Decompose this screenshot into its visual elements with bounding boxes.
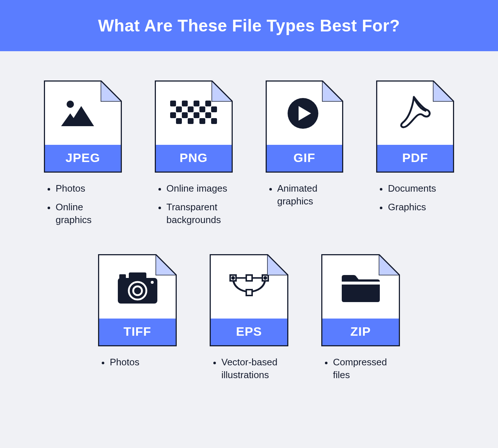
folded-corner-icon bbox=[322, 80, 343, 102]
page-title: What Are These File Types Best For? bbox=[98, 16, 400, 35]
use-item: Transparent backgrounds bbox=[166, 201, 231, 226]
use-list: Vector-based illustrations bbox=[210, 346, 288, 387]
row-2: TIFF Photos EPS Vector-based illustratio… bbox=[44, 254, 454, 387]
file-type-card: JPEG PhotosOnline graphics bbox=[44, 80, 122, 232]
file-type-card: ZIP Compressed files bbox=[321, 254, 400, 387]
use-item: Animated graphics bbox=[277, 182, 342, 208]
file-icon-tile: ZIP bbox=[321, 254, 400, 346]
file-type-label: EPS bbox=[211, 319, 287, 345]
folded-corner-icon bbox=[101, 80, 122, 102]
file-icon-tile: JPEG bbox=[44, 80, 122, 173]
file-icon-tile: TIFF bbox=[98, 254, 177, 346]
file-icon-tile: PNG bbox=[155, 80, 233, 173]
use-item: Online graphics bbox=[55, 201, 120, 226]
use-item: Photos bbox=[55, 182, 120, 195]
page-header: What Are These File Types Best For? bbox=[0, 0, 498, 51]
file-type-card: TIFF Photos bbox=[98, 254, 177, 387]
file-type-label: ZIP bbox=[322, 319, 399, 345]
use-item: Documents bbox=[387, 182, 453, 195]
row-1: JPEG PhotosOnline graphics PNG Online im… bbox=[44, 80, 454, 232]
file-icon-tile: GIF bbox=[266, 80, 344, 173]
use-item: Compressed files bbox=[332, 356, 398, 381]
folded-corner-icon bbox=[211, 80, 233, 102]
file-type-card: PNG Online imagesTransparent backgrounds bbox=[155, 80, 233, 232]
file-type-label: TIFF bbox=[99, 319, 176, 345]
file-type-label: JPEG bbox=[45, 145, 121, 172]
folded-corner-icon bbox=[267, 254, 288, 275]
file-icon-tile: EPS bbox=[210, 254, 288, 346]
file-type-label: PDF bbox=[377, 145, 453, 172]
use-list: PhotosOnline graphics bbox=[44, 173, 122, 232]
file-icon-tile: PDF bbox=[376, 80, 454, 173]
use-list: Photos bbox=[98, 346, 177, 374]
use-item: Online images bbox=[166, 182, 231, 195]
use-item: Vector-based illustrations bbox=[221, 356, 287, 381]
file-type-card: PDF DocumentsGraphics bbox=[376, 80, 454, 232]
folded-corner-icon bbox=[433, 80, 454, 102]
use-list: DocumentsGraphics bbox=[376, 173, 454, 219]
use-item: Photos bbox=[109, 356, 175, 369]
use-list: Online imagesTransparent backgrounds bbox=[155, 173, 233, 232]
file-type-label: PNG bbox=[156, 145, 232, 172]
file-type-label: GIF bbox=[267, 145, 342, 172]
use-item: Graphics bbox=[387, 201, 453, 214]
folded-corner-icon bbox=[379, 254, 400, 275]
file-type-card: EPS Vector-based illustrations bbox=[210, 254, 288, 387]
file-type-grid: JPEG PhotosOnline graphics PNG Online im… bbox=[0, 51, 498, 402]
use-list: Animated graphics bbox=[266, 173, 344, 214]
folded-corner-icon bbox=[156, 254, 177, 275]
file-type-card: GIF Animated graphics bbox=[266, 80, 344, 232]
use-list: Compressed files bbox=[321, 346, 400, 387]
